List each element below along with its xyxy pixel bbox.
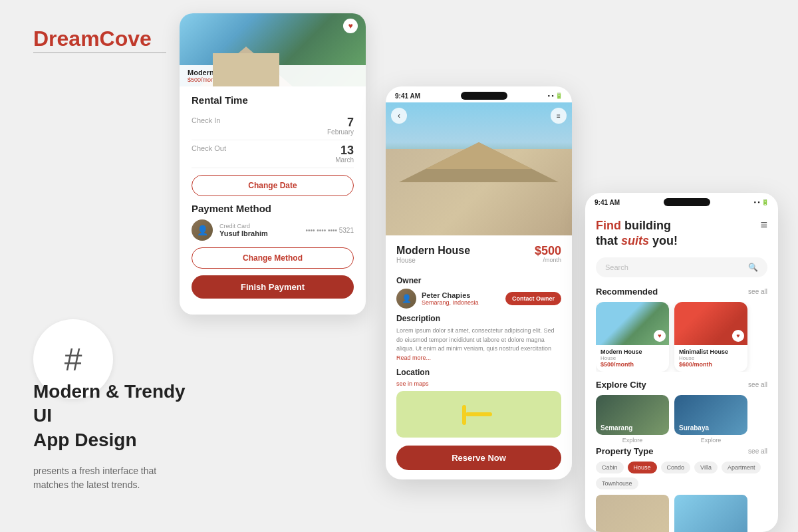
detail-status-bar: 9:41 AM ▪ ▪ 🔋 [386,86,572,102]
house-title-payment: Modern House [188,68,358,76]
payment-body: Rental Time Check In 7 February Check Ou… [180,94,366,299]
city-semarang[interactable]: Semarang [596,395,669,435]
desc-section-heading: Description [396,314,561,323]
change-method-button[interactable]: Change Method [192,247,354,269]
brand-logo: DreamCove [33,27,152,51]
search-bar[interactable]: Search 🔍 [596,257,767,277]
card2-info: Minimalist House House $600/month [674,345,747,372]
owner-avatar-payment: 👤 [192,219,213,241]
recommended-card-1[interactable]: ♥ Modern House House $500/month [596,302,669,372]
card1-heart[interactable]: ♥ [654,330,666,342]
house-price-payment: $500/month [188,76,358,83]
prop-image-2 [674,495,747,532]
rental-time-heading: Rental Time [192,94,354,106]
city1-explore: Explore [596,437,669,444]
detail-house-title: Modern House [396,245,470,257]
finish-payment-button[interactable]: Finish Payment [192,275,354,299]
checkin-day: 7 [327,116,354,128]
card2-price: $600/month [679,361,743,368]
recommended-card-2[interactable]: ♥ Minimalist House House $600/month [674,302,747,372]
change-date-button[interactable]: Change Date [192,175,354,196]
city-cards-row: Semarang Explore Surabaya Explore [596,395,767,444]
property-title: Property Type [596,446,653,456]
headline-building: building [621,219,671,232]
card2-image: ♥ [674,302,747,345]
city-surabaya[interactable]: Surabaya [674,395,747,435]
checkout-day: 13 [335,144,354,156]
home-menu-icon[interactable]: ≡ [760,218,767,232]
headline-find: Find [596,219,621,232]
detail-house-price: $500 [535,245,561,257]
payment-method-heading: Payment Method [192,203,354,214]
heart-icon[interactable]: ♥ [343,19,358,33]
prop-image-1 [596,495,669,532]
contact-owner-button[interactable]: Contact Owner [505,292,561,305]
city2-label: Surabaya [679,424,709,432]
city-2-group: Surabaya Explore [674,395,747,444]
description-text: Lorem ipsum dolor sit amet, consectetur … [396,327,561,362]
city2-explore: Explore [674,437,747,444]
card1-image: ♥ [596,302,669,345]
detail-time: 9:41 AM [395,92,420,100]
home-status-icons: ▪ ▪ 🔋 [754,199,769,205]
prop-tag-townhouse[interactable]: Townhouse [596,477,638,489]
property-section-header: Property Type see all [596,446,767,456]
property-see-all[interactable]: see all [748,448,767,455]
card2-heart[interactable]: ♥ [732,330,744,342]
tagline-title: Modern & Trendy UIApp Design [33,380,206,452]
city-see-all[interactable]: see all [748,381,767,388]
menu-button[interactable]: ≡ [551,108,567,124]
home-screen: 9:41 AM ▪ ▪ 🔋 Find building that suits y… [585,193,778,532]
card1-name: Modern House [600,348,664,355]
tagline-subtitle: presents a fresh interface that matches … [33,464,193,492]
property-images-row [596,495,767,532]
card-number: •••• •••• •••• 5321 [305,227,354,234]
headline-suits: suits [621,234,649,247]
detail-status-icons: ▪ ▪ 🔋 [548,92,563,99]
city-section-header: Explore City see all [596,380,767,390]
detail-price-unit: /month [535,257,561,263]
owner-name-payment: Yusuf Ibrahim [219,229,299,237]
card2-type: House [679,355,743,361]
headline-you: you! [649,234,678,247]
owner-section-heading: Owner [396,276,561,285]
prop-tag-condo[interactable]: Condo [661,462,691,473]
read-more-link[interactable]: Read more... [396,354,431,361]
card-dots: •••• •••• •••• [305,227,337,234]
detail-house-image: ‹ ≡ [386,102,572,235]
checkout-label: Check Out [192,144,226,152]
checkout-month: March [335,156,354,164]
house-overlay: Modern House $500/month [180,65,366,86]
property-type-tags: Cabin House Condo Villa Apartment Townho… [596,462,767,489]
home-header-row: Find building that suits you! ≡ [596,218,767,249]
checkin-label: Check In [192,116,220,124]
card1-type: House [600,355,664,361]
title-price-row: Modern House House $500 /month [396,245,561,271]
payment-screen: Modern House $500/month ♥ Rental Time Ch… [180,13,366,315]
house-roof2 [426,142,532,169]
headline-that: that [596,234,621,247]
home-body: Find building that suits you! ≡ Search 🔍… [585,209,778,532]
card2-name: Minimalist House [679,348,743,355]
card1-price: $500/month [600,361,664,368]
owner-info: Peter Chapies Semarang, Indonesia [422,291,479,306]
prop-tag-cabin[interactable]: Cabin [596,462,624,473]
back-button[interactable]: ‹ [391,108,407,124]
hash-symbol: # [65,341,82,378]
prop-tag-villa[interactable]: Villa [694,462,718,473]
recommended-section-header: Recommended see all [596,287,767,297]
map-preview[interactable] [396,391,561,438]
reserve-now-button[interactable]: Reserve Now [396,446,561,470]
prop-tag-house[interactable]: House [628,462,657,473]
city-title: Explore City [596,380,646,390]
detail-screen: 9:41 AM ▪ ▪ 🔋 ‹ ≡ Modern House House $50… [386,86,572,479]
prop-tag-apartment[interactable]: Apartment [722,462,761,473]
detail-body: Modern House House $500 /month Owner 👤 P… [386,235,572,479]
brand-divider [33,52,166,53]
search-placeholder-text: Search [605,263,743,271]
owner-avatar-detail: 👤 [396,289,416,309]
see-in-maps-link[interactable]: see in maps [396,380,561,387]
home-notch [664,198,710,206]
owner-name-detail: Peter Chapies [422,291,479,299]
recommended-see-all[interactable]: see all [748,288,767,295]
